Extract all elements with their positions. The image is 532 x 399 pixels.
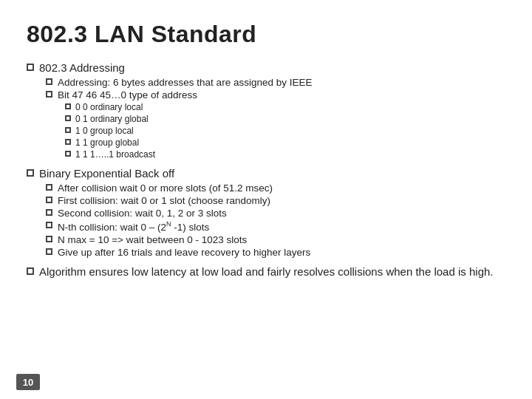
bullet-item-00-label: 0 0 ordinary local xyxy=(75,102,143,112)
bullet-item-11-label: 1 1 group global xyxy=(75,137,139,148)
bullet-algorithm-label: Algorithm ensures low latency at low loa… xyxy=(39,265,493,278)
bullet-first: First collision: wait 0 or 1 slot (choos… xyxy=(46,195,505,206)
bullet-item-01: 0 1 ordinary global xyxy=(65,114,505,124)
bullet-nth: N-th collision: wait 0 – (2N -1) slots xyxy=(46,220,505,233)
slide-title: 802.3 LAN Standard xyxy=(27,21,505,48)
bullet-binary: Binary Exponential Back off xyxy=(27,167,505,180)
bullet-item-01-label: 0 1 ordinary global xyxy=(75,114,149,124)
bullet-item-111-label: 1 1 1…..1 broadcast xyxy=(75,149,155,160)
bullet-icon-binary xyxy=(27,169,34,177)
bullet-item-11: 1 1 group global xyxy=(65,137,505,148)
bullet-item-00: 0 0 ordinary local xyxy=(65,102,505,112)
bullet-addressing-detail: Addressing: 6 bytes addresses that are a… xyxy=(46,77,505,88)
bullet-after-label: After collision wait 0 or more slots (of… xyxy=(58,183,273,194)
bullet-icon-algorithm xyxy=(27,267,34,275)
bullet-bit-detail: Bit 47 46 45…0 type of address xyxy=(46,89,505,100)
bullet-icon-giveup xyxy=(46,248,52,255)
section-addressing: 802.3 Addressing Addressing: 6 bytes add… xyxy=(27,61,505,160)
bullet-icon-addressing-detail xyxy=(46,78,52,85)
bullet-icon-addressing xyxy=(27,64,34,71)
bullet-giveup: Give up after 16 trials and leave recove… xyxy=(46,247,505,258)
bullet-icon-11 xyxy=(65,139,71,145)
bullet-icon-after xyxy=(46,184,52,191)
bullet-algorithm: Algorithm ensures low latency at low loa… xyxy=(27,265,505,278)
bullet-giveup-label: Give up after 16 trials and leave recove… xyxy=(58,247,310,258)
bullet-icon-00 xyxy=(65,103,71,109)
bullet-addressing-label: 802.3 Addressing xyxy=(39,61,125,74)
bullet-icon-first xyxy=(46,197,52,203)
bullet-icon-nth xyxy=(46,222,52,228)
section-binary: Binary Exponential Back off After collis… xyxy=(27,167,505,258)
page-number: 10 xyxy=(16,374,40,390)
bullet-icon-01 xyxy=(65,115,71,121)
bullet-first-label: First collision: wait 0 or 1 slot (choos… xyxy=(58,195,270,206)
bullet-binary-label: Binary Exponential Back off xyxy=(39,167,174,180)
bullet-nmax-label: N max = 10 => wait between 0 - 1023 slot… xyxy=(58,234,247,245)
bullet-nth-label: N-th collision: wait 0 – (2N -1) slots xyxy=(58,220,209,233)
bullet-item-10: 1 0 group local xyxy=(65,126,505,136)
bullet-nmax: N max = 10 => wait between 0 - 1023 slot… xyxy=(46,234,505,245)
bullet-after: After collision wait 0 or more slots (of… xyxy=(46,183,505,194)
slide: 802.3 LAN Standard 802.3 Addressing Addr… xyxy=(0,0,532,399)
section-algorithm: Algorithm ensures low latency at low loa… xyxy=(27,265,505,278)
bullet-icon-second xyxy=(46,209,52,216)
bullet-icon-bit-detail xyxy=(46,91,52,98)
bullet-icon-nmax xyxy=(46,236,52,242)
bullet-icon-10 xyxy=(65,127,71,133)
bullet-icon-111 xyxy=(65,151,71,157)
bullet-item-10-label: 1 0 group local xyxy=(75,126,134,136)
bullet-addressing: 802.3 Addressing xyxy=(27,61,505,74)
bullet-item-111: 1 1 1…..1 broadcast xyxy=(65,149,505,160)
bullet-bit-detail-label: Bit 47 46 45…0 type of address xyxy=(58,89,197,100)
bullet-second: Second collision: wait 0, 1, 2 or 3 slot… xyxy=(46,208,505,219)
bullet-addressing-detail-label: Addressing: 6 bytes addresses that are a… xyxy=(58,77,312,88)
bullet-second-label: Second collision: wait 0, 1, 2 or 3 slot… xyxy=(58,208,227,219)
